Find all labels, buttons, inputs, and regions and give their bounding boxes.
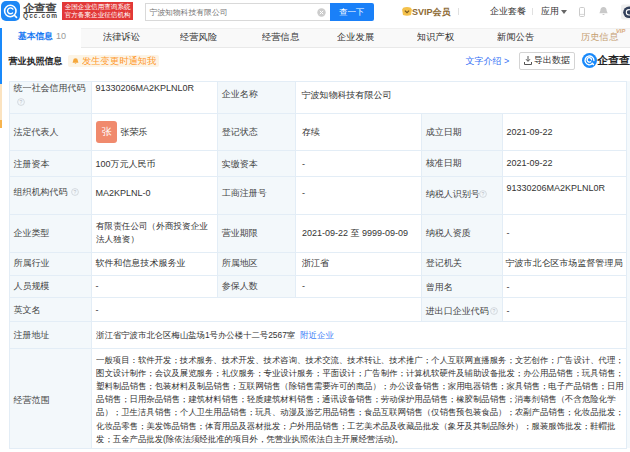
svg-text:?: ? [492, 308, 495, 314]
svg-text:?: ? [19, 99, 22, 105]
svg-text:?: ? [73, 189, 76, 195]
svg-text:?: ? [482, 191, 485, 197]
